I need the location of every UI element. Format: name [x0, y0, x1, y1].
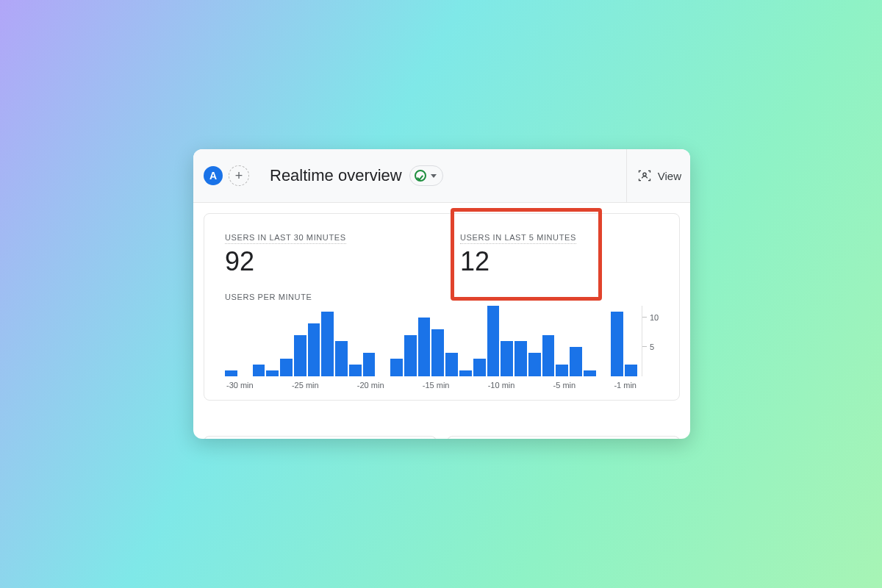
- chart-bar: [625, 365, 637, 376]
- chart-bar: [584, 370, 596, 376]
- chart-bar: [321, 312, 334, 376]
- realtime-card: A + Realtime overview View: [193, 149, 690, 439]
- chevron-down-icon: [431, 174, 437, 178]
- check-circle-icon: [415, 170, 426, 182]
- chart-bar: [487, 306, 500, 376]
- card-header: A + Realtime overview View: [193, 149, 690, 203]
- metric-value-last-5: 12: [460, 247, 622, 276]
- page-title: Realtime overview: [270, 166, 402, 185]
- chart-bar: [266, 370, 279, 376]
- user-focus-icon: [637, 168, 652, 183]
- users-per-minute-label: USERS PER MINUTE: [225, 293, 664, 301]
- chart-bar: [335, 341, 348, 376]
- metrics-panel: USERS IN LAST 30 MINUTES 92 USERS IN LAS…: [204, 213, 680, 401]
- chart-bar: [570, 347, 582, 376]
- chart-bar: [418, 318, 431, 376]
- chart-bar: [445, 353, 458, 376]
- chart-bar: [431, 329, 444, 376]
- y-axis: 510: [642, 306, 664, 376]
- view-snapshot-button[interactable]: View: [626, 149, 681, 202]
- x-tick-label: -5 min: [553, 381, 576, 390]
- chart-bar: [473, 359, 486, 376]
- chart-bar: [225, 370, 237, 376]
- view-label: View: [658, 170, 681, 182]
- users-per-minute-chart: 510: [225, 306, 664, 376]
- chart-bar: [280, 359, 293, 376]
- metric-label-last-5: USERS IN LAST 5 MINUTES: [460, 233, 576, 244]
- chart-bar: [528, 353, 541, 376]
- chart-bar: [404, 335, 417, 376]
- status-dropdown[interactable]: [409, 165, 443, 186]
- add-segment-button[interactable]: +: [229, 165, 249, 186]
- x-tick-label: -1 min: [614, 381, 637, 390]
- chart-bar: [514, 341, 527, 376]
- chart-bar: [556, 365, 568, 376]
- chart-bar: [363, 353, 376, 376]
- chart-bar: [459, 370, 472, 376]
- chart-bar: [349, 365, 362, 376]
- chart-bar: [611, 312, 623, 376]
- chart-bar: [253, 365, 265, 376]
- x-tick-label: -25 min: [292, 381, 319, 390]
- x-axis: -30 min-25 min-20 min-15 min-10 min-5 mi…: [225, 381, 638, 390]
- metric-last-5: USERS IN LAST 5 MINUTES 12: [460, 230, 622, 276]
- chart-bar: [294, 335, 306, 376]
- metric-last-30: USERS IN LAST 30 MINUTES 92: [225, 230, 387, 276]
- metric-value-last-30: 92: [225, 247, 387, 276]
- chart-bar: [542, 335, 555, 376]
- svg-point-0: [643, 173, 646, 176]
- chart-bar: [308, 323, 320, 376]
- chart-bar: [501, 341, 513, 376]
- metric-label-last-30: USERS IN LAST 30 MINUTES: [225, 233, 346, 244]
- chart-bar: [390, 359, 403, 376]
- x-tick-label: -20 min: [357, 381, 384, 390]
- x-tick-label: -30 min: [226, 381, 254, 390]
- below-panels-stub: [204, 436, 680, 439]
- x-tick-label: -10 min: [488, 381, 515, 390]
- x-tick-label: -15 min: [423, 381, 450, 390]
- segment-chip[interactable]: A: [204, 166, 223, 185]
